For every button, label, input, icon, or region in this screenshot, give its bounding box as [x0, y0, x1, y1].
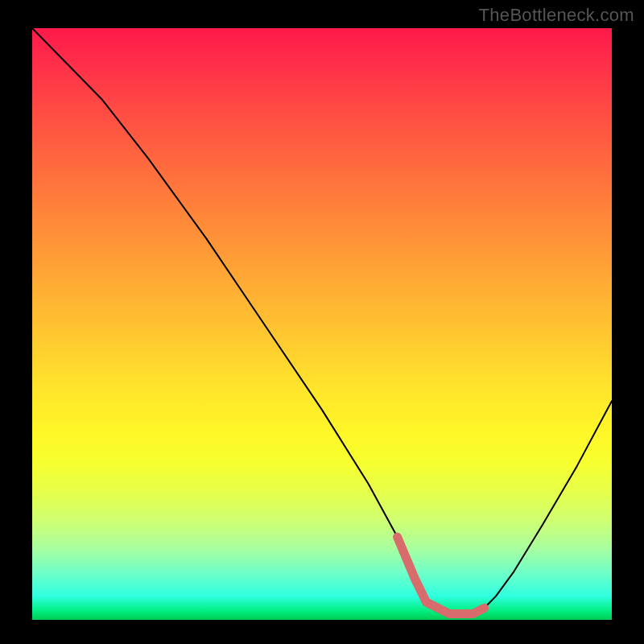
chart-plot-area: [32, 28, 612, 620]
series-bottleneck-curve: [32, 28, 612, 614]
axis-right-margin: [612, 0, 644, 644]
axis-left-margin: [0, 28, 32, 620]
axis-bottom-margin: [0, 620, 644, 644]
series-highlight-segment: [398, 537, 485, 614]
watermark-text: TheBottleneck.com: [479, 5, 634, 26]
chart-lines: [32, 28, 612, 614]
chart-svg: [32, 28, 612, 620]
